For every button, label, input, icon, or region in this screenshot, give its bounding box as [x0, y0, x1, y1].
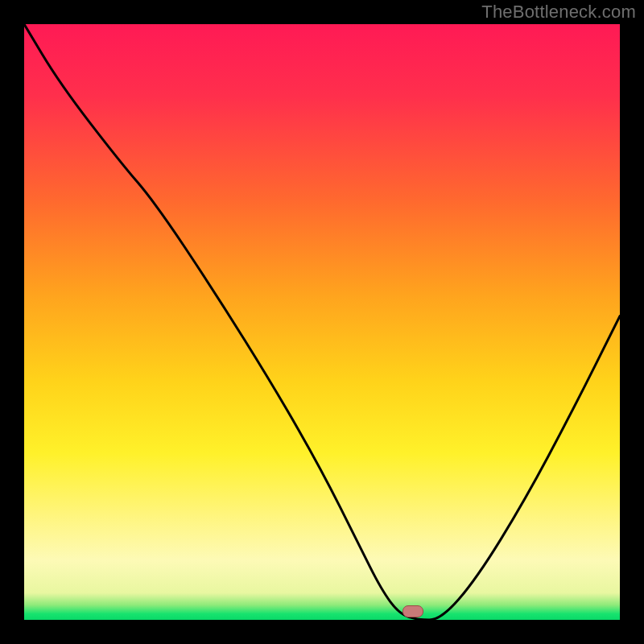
gradient-background	[24, 24, 620, 620]
plot-svg	[24, 24, 620, 620]
plot-area	[24, 24, 620, 620]
optimal-point-marker	[402, 605, 423, 617]
watermark-text: TheBottleneck.com	[481, 2, 636, 23]
chart-stage: TheBottleneck.com	[0, 0, 644, 644]
